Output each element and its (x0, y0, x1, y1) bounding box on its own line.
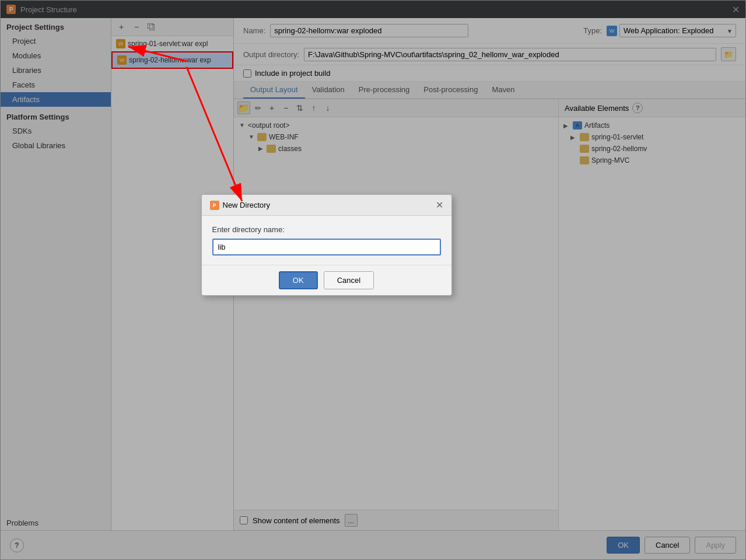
dialog-body: Enter directory name: (202, 216, 451, 265)
dialog-close-button[interactable]: ✕ (436, 200, 443, 211)
dialog-title-text: P New Directory (210, 201, 271, 210)
dialog-footer: OK Cancel (202, 265, 451, 295)
dialog-overlay: P New Directory ✕ Enter directory name: … (0, 0, 746, 560)
dialog-title-label: New Directory (223, 201, 271, 209)
dialog-ok-button[interactable]: OK (279, 271, 318, 289)
dialog-cancel-button[interactable]: Cancel (324, 271, 374, 289)
dialog-title-bar: P New Directory ✕ (202, 195, 451, 216)
dialog-dirname-input[interactable] (212, 239, 441, 256)
dialog-enter-name-label: Enter directory name: (212, 225, 441, 234)
dialog-app-icon: P (210, 201, 219, 210)
new-directory-dialog: P New Directory ✕ Enter directory name: … (201, 194, 452, 296)
